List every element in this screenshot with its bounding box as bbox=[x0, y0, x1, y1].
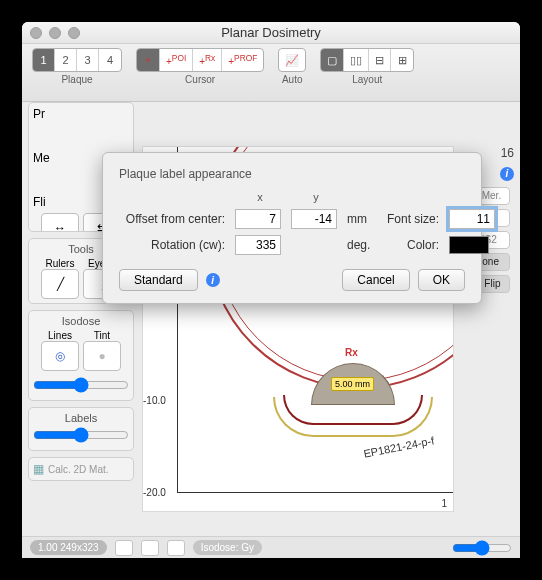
rx-icon: +Rx bbox=[199, 53, 215, 67]
layout-4[interactable]: ⊞ bbox=[391, 49, 413, 71]
offset-y-input[interactable] bbox=[291, 209, 337, 229]
cursor-cross[interactable]: ＋ bbox=[137, 49, 160, 71]
proj-heading: Pr bbox=[33, 107, 129, 121]
tint-button[interactable]: ● bbox=[83, 341, 121, 371]
lines-button[interactable]: ◎ bbox=[41, 341, 79, 371]
layout-single-icon: ▢ bbox=[327, 54, 337, 67]
xtick: 1 bbox=[441, 498, 447, 509]
color-label: Color: bbox=[383, 238, 443, 252]
col-x: x bbox=[235, 191, 285, 203]
isodose-slider[interactable] bbox=[33, 377, 129, 393]
statusbar: 1.00 249x323 Isodose: Gy bbox=[22, 536, 520, 558]
auto-segment: 📈 bbox=[278, 48, 306, 72]
layout-1[interactable]: ▢ bbox=[321, 49, 344, 71]
info-icon[interactable]: i bbox=[500, 167, 514, 181]
labels-title: Labels bbox=[33, 412, 129, 424]
offset-unit: mm bbox=[347, 212, 377, 226]
auto-group: 📈 Auto bbox=[278, 48, 306, 85]
cursor-group: ＋ +POI +Rx +PROF Cursor bbox=[136, 48, 264, 85]
dialog-info-icon[interactable]: i bbox=[206, 273, 220, 287]
plaque-label-dialog: Plaque label appearance x y Offset from … bbox=[102, 152, 482, 304]
page-icon[interactable] bbox=[115, 540, 133, 556]
ruler-icon: ╱ bbox=[57, 277, 64, 291]
titlebar: Planar Dosimetry bbox=[22, 22, 520, 44]
contour-icon: ◎ bbox=[55, 349, 65, 363]
layout-segment: ▢ ▯▯ ⊟ ⊞ bbox=[320, 48, 414, 72]
cursor-segment: ＋ +POI +Rx +PROF bbox=[136, 48, 264, 72]
auto-button[interactable]: 📈 bbox=[279, 49, 305, 71]
isodose-title: Isodose bbox=[33, 315, 129, 327]
zoom-slider[interactable] bbox=[452, 540, 512, 556]
plaque-1[interactable]: 1 bbox=[33, 49, 55, 71]
plaque-4[interactable]: 4 bbox=[99, 49, 121, 71]
tint-icon: ● bbox=[98, 349, 105, 363]
toolbar: 1 2 3 4 Plaque ＋ +POI +Rx +PROF Cursor 📈… bbox=[22, 44, 520, 102]
arrows-h-button[interactable]: ↔ bbox=[41, 213, 79, 232]
layout-group: ▢ ▯▯ ⊟ ⊞ Layout bbox=[320, 48, 414, 85]
magnify-icon[interactable] bbox=[141, 540, 159, 556]
lines-label: Lines bbox=[41, 330, 79, 341]
plaque-label: Plaque bbox=[61, 74, 92, 85]
calc2d-panel: ▦ Calc. 2D Mat. bbox=[28, 457, 134, 481]
layout-2[interactable]: ▯▯ bbox=[344, 49, 369, 71]
home-icon[interactable] bbox=[167, 540, 185, 556]
profile-icon: +PROF bbox=[228, 53, 257, 67]
layout-split-h-icon: ⊟ bbox=[375, 54, 384, 67]
dims-pill: 1.00 249x323 bbox=[30, 540, 107, 555]
chart-icon: 📈 bbox=[285, 54, 299, 67]
plaque-2[interactable]: 2 bbox=[55, 49, 77, 71]
rotation-label: Rotation (cw): bbox=[119, 238, 229, 252]
crosshair-icon: ＋ bbox=[143, 53, 153, 67]
plaque-outer-arc bbox=[273, 397, 433, 437]
arrows-h-icon: ↔ bbox=[54, 221, 66, 232]
cursor-rx[interactable]: +Rx bbox=[193, 49, 222, 71]
rulers-button[interactable]: ╱ bbox=[41, 269, 79, 299]
labels-panel: Labels bbox=[28, 407, 134, 451]
main-window: Planar Dosimetry 1 2 3 4 Plaque ＋ +POI +… bbox=[22, 22, 520, 558]
offset-label: Offset from center: bbox=[119, 212, 229, 226]
grid-icon: ▦ bbox=[33, 462, 44, 476]
color-swatch[interactable] bbox=[449, 236, 489, 254]
fontsize-label: Font size: bbox=[383, 212, 443, 226]
ok-button[interactable]: OK bbox=[418, 269, 465, 291]
offset-x-input[interactable] bbox=[235, 209, 281, 229]
fontsize-input[interactable] bbox=[449, 209, 495, 229]
plaque-segment: 1 2 3 4 bbox=[32, 48, 122, 72]
col-y: y bbox=[291, 191, 341, 203]
distance-label: 5.00 mm bbox=[331, 377, 374, 391]
ytick-2: -20.0 bbox=[143, 487, 166, 498]
plaque-text-label[interactable]: EP1821-24-p-f bbox=[363, 434, 436, 459]
rotation-unit: deg. bbox=[347, 238, 377, 252]
auto-label: Auto bbox=[282, 74, 303, 85]
x-axis bbox=[177, 492, 453, 493]
cursor-prof[interactable]: +PROF bbox=[222, 49, 263, 71]
poi-icon: +POI bbox=[166, 53, 186, 67]
rx-marker: Rx bbox=[345, 347, 358, 358]
rotation-input[interactable] bbox=[235, 235, 281, 255]
layout-label: Layout bbox=[352, 74, 382, 85]
cancel-button[interactable]: Cancel bbox=[342, 269, 409, 291]
dialog-title: Plaque label appearance bbox=[119, 167, 465, 181]
ytick-1: -10.0 bbox=[143, 395, 166, 406]
layout-quad-icon: ⊞ bbox=[398, 54, 407, 67]
cursor-label: Cursor bbox=[185, 74, 215, 85]
plaque-group: 1 2 3 4 Plaque bbox=[32, 48, 122, 85]
window-title: Planar Dosimetry bbox=[22, 25, 520, 40]
rulers-label: Rulers bbox=[41, 258, 79, 269]
labels-slider[interactable] bbox=[33, 427, 129, 443]
isodose-pill[interactable]: Isodose: Gy bbox=[193, 540, 262, 555]
standard-button[interactable]: Standard bbox=[119, 269, 198, 291]
layout-3[interactable]: ⊟ bbox=[369, 49, 391, 71]
plaque-3[interactable]: 3 bbox=[77, 49, 99, 71]
cursor-poi[interactable]: +POI bbox=[160, 49, 193, 71]
isodose-panel: Isodose Lines ◎ Tint ● bbox=[28, 310, 134, 401]
tint-label: Tint bbox=[83, 330, 121, 341]
layout-split-v-icon: ▯▯ bbox=[350, 54, 362, 67]
calc2d-label[interactable]: Calc. 2D Mat. bbox=[48, 464, 109, 475]
